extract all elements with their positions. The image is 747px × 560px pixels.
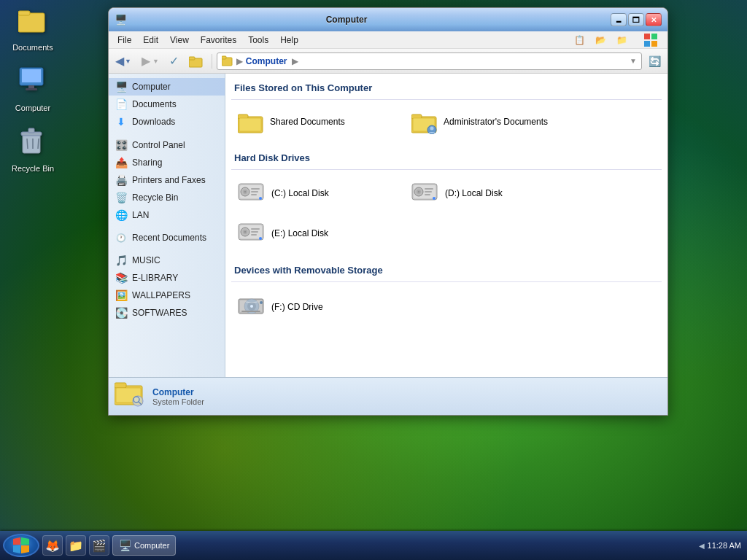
toolbar-icon-2[interactable]: 📂 [592,31,610,50]
address-arrow: ▶ [292,56,298,66]
menu-view[interactable]: View [164,33,195,47]
windows-icon-btn[interactable] [640,31,662,50]
recycle-bin-icon [20,127,46,161]
svg-point-51 [259,237,262,240]
section-hdd-label: Hard Disk Drives [231,149,662,170]
lan-icon: 🌐 [115,209,128,221]
svg-point-29 [244,191,246,192]
menu-favorites[interactable]: Favorites [195,33,242,47]
taskbar-firefox-btn[interactable]: 🦊 [42,535,63,556]
status-title[interactable]: Computer [152,387,204,397]
f-drive-item[interactable]: (F:) CD Drive [231,288,399,325]
taskbar: 🦊 📁 🎬 🖥️ Computer ◀ 11:28 AM [0,531,747,560]
sidebar-item-computer[interactable]: 🖥️ Computer [109,78,225,96]
d-drive-label: (D:) Local Disk [445,188,503,198]
toolbar-icon-1[interactable]: 📋 [570,31,589,50]
f-drive-icon [238,293,266,320]
address-separator: ▶ [236,56,243,66]
svg-rect-10 [651,34,657,39]
menu-file[interactable]: File [112,33,137,47]
sidebar-label-elibrary: E-LIBRARY [132,273,178,283]
toolbar-sep [212,54,212,69]
svg-point-33 [259,197,262,200]
start-button[interactable] [3,534,39,557]
desktop-icon-computer[interactable]: Computer [7,66,58,112]
stored-files-grid: Shared Documents [231,106,662,138]
address-dropdown-arrow[interactable]: ▼ [630,57,637,65]
menu-edit[interactable]: Edit [137,33,164,47]
toolbar-icon-3[interactable]: 📁 [613,31,631,50]
check-button[interactable]: ✓ [166,52,182,71]
shared-docs-icon [238,111,264,133]
folder-button[interactable] [185,52,207,71]
sidebar-item-recent[interactable]: 🕐 Recent Documents [109,230,225,246]
admin-documents-item[interactable]: Administrator's Documents [405,106,573,138]
sidebar-item-elibrary[interactable]: 📚 E-LIBRARY [109,269,225,287]
svg-rect-19 [239,118,261,131]
sidebar-label-downloads: Downloads [132,117,175,127]
c-drive-icon [238,181,266,205]
maximize-button[interactable]: 🗖 [628,13,644,26]
admin-docs-label: Administrator's Documents [444,117,548,127]
taskbar-window-btn[interactable]: 🖥️ Computer [112,535,176,556]
hdd-grid: (C:) Local Disk [231,176,662,250]
tray-clock: 11:28 AM [708,541,741,550]
taskbar-folder-btn[interactable]: 📁 [66,535,86,556]
wallpapers-icon: 🖼️ [115,289,128,301]
sidebar-item-recycle-bin[interactable]: 🗑️ Recycle Bin [109,189,225,206]
shared-documents-item[interactable]: Shared Documents [231,106,399,138]
svg-rect-6 [23,134,40,153]
e-drive-label: (E:) Local Disk [271,228,328,238]
address-bar[interactable]: ▶ Computer ▶ ▼ [217,52,642,70]
sidebar-item-lan[interactable]: 🌐 LAN [109,206,225,224]
svg-point-63 [133,397,139,402]
sidebar-divider-2 [109,224,225,230]
admin-docs-icon [411,111,438,133]
desktop-icon-documents[interactable]: Documents [7,7,58,52]
svg-rect-50 [251,234,257,236]
sidebar-item-documents[interactable]: 📄 Documents [109,96,225,113]
sidebar-label-recent: Recent Documents [132,233,206,243]
sidebar-item-downloads[interactable]: ⬇ Downloads [109,113,225,131]
svg-rect-31 [251,191,258,192]
e-drive-item[interactable]: (E:) Local Disk [231,216,399,250]
sidebar-item-printers[interactable]: 🖨️ Printers and Faxes [109,171,225,189]
desktop-icon-recycle-bin[interactable]: Recycle Bin [7,127,58,173]
d-drive-icon [411,181,439,205]
d-drive-item[interactable]: (D:) Local Disk [405,176,573,210]
svg-rect-49 [251,231,258,233]
sidebar: 🖥️ Computer 📄 Documents ⬇ Downloads 🎛️ C… [109,74,225,377]
sidebar-label-computer: Computer [132,82,171,92]
recent-icon: 🕐 [115,233,128,243]
window-title: Computer [108,15,606,25]
sidebar-item-wallpapers[interactable]: 🖼️ WALLPAPERS [109,287,225,304]
c-drive-item[interactable]: (C:) Local Disk [231,176,399,210]
sidebar-item-music[interactable]: 🎵 MUSIC [109,252,225,269]
tray-arrow[interactable]: ◀ [699,542,705,550]
minimize-button[interactable]: 🗕 [611,13,627,26]
sidebar-label-control-panel: Control Panel [132,140,185,150]
sidebar-label-recycle-bin: Recycle Bin [132,192,178,203]
sidebar-item-control-panel[interactable]: 🎛️ Control Panel [109,136,225,154]
documents-label: Documents [12,43,53,52]
desktop: Documents Computer [0,0,747,560]
refresh-button[interactable]: 🔄 [645,52,665,71]
svg-point-42 [433,197,436,200]
close-button[interactable]: ✕ [646,13,662,26]
sidebar-item-softwares[interactable]: 💽 SOFTWARES [109,304,225,322]
svg-point-24 [430,127,434,131]
menu-help[interactable]: Help [274,33,304,47]
taskbar-window-label: Computer [134,541,169,550]
status-folder-icon [115,379,145,413]
svg-rect-40 [425,191,432,192]
svg-rect-8 [28,128,34,133]
sidebar-label-sharing: Sharing [132,158,162,168]
sidebar-label-lan: LAN [132,210,149,220]
back-button[interactable]: ◀ ▼ [112,52,135,71]
svg-point-56 [250,305,253,308]
sidebar-item-sharing[interactable]: 📤 Sharing [109,154,225,171]
computer-sidebar-icon: 🖥️ [115,81,128,93]
taskbar-media-btn[interactable]: 🎬 [89,535,109,556]
forward-button[interactable]: ▶ ▼ [138,52,163,71]
menu-tools[interactable]: Tools [242,33,274,47]
